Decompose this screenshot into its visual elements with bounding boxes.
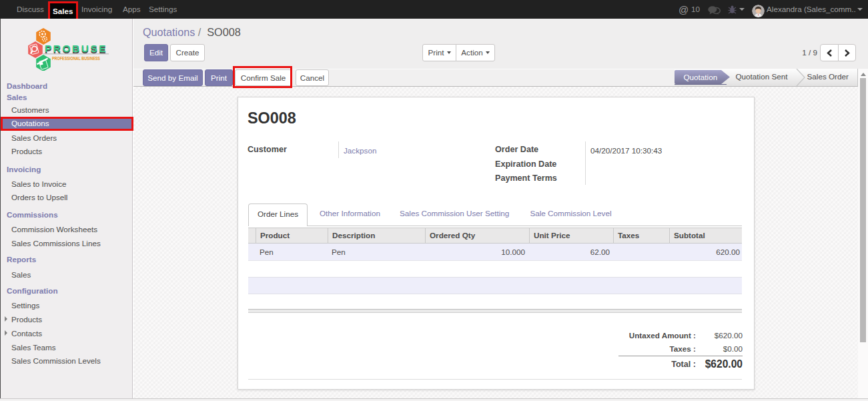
svg-text:PROBUSE: PROBUSE bbox=[45, 43, 109, 54]
svg-text:PROFESSIONAL BUSINESS: PROFESSIONAL BUSINESS bbox=[52, 55, 100, 61]
